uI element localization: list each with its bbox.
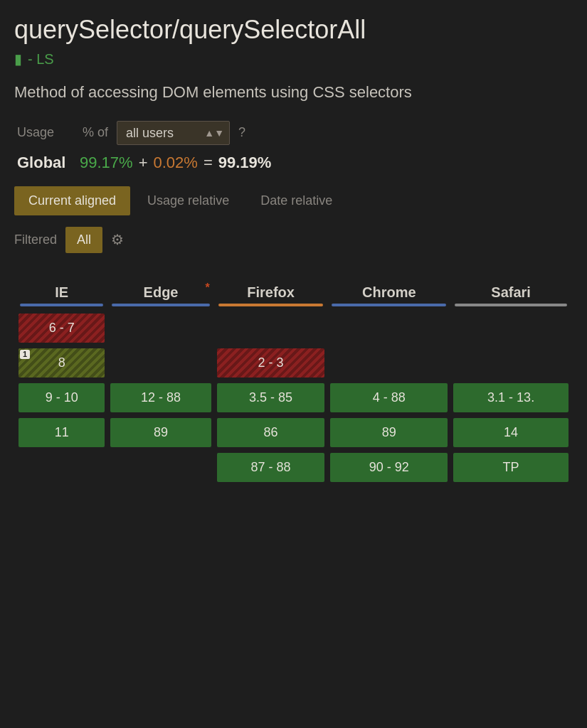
global-label: Global (17, 154, 74, 172)
table-cell: 11 (17, 417, 106, 449)
filter-row: Filtered All ⚙ (14, 227, 573, 253)
browser-header-firefox: Firefox (216, 279, 327, 309)
table-cell: 2 - 3 (216, 347, 327, 379)
gear-icon[interactable]: ⚙ (111, 231, 124, 248)
tab-date-relative[interactable]: Date relative (246, 186, 347, 215)
user-type-select[interactable]: all users tracked users desktop users mo… (117, 121, 230, 145)
table-cell: 12 - 88 (109, 382, 213, 414)
page-title: querySelector/querySelectorAll (14, 14, 573, 45)
compat-table: IE Edge * Firefox Chrome Safari 6 - 718 (14, 276, 573, 486)
equals-operator: = (203, 154, 213, 172)
filter-all-button[interactable]: All (65, 227, 102, 253)
table-cell: 87 - 88 (216, 451, 327, 483)
table-cell: 6 - 7 (17, 312, 106, 344)
table-cell: TP (452, 451, 570, 483)
filter-label: Filtered (14, 232, 57, 247)
table-cell: 89 (109, 417, 213, 449)
tab-current-aligned[interactable]: Current aligned (14, 186, 130, 215)
note-badge: 1 (20, 350, 30, 359)
global-total-stat: 99.19% (218, 154, 272, 172)
table-cell (17, 451, 106, 483)
subtitle-text: - LS (28, 51, 54, 68)
doc-icon: ▮ (14, 50, 22, 68)
table-cell (109, 312, 213, 344)
plus-operator: + (139, 154, 148, 172)
browser-header-safari: Safari (452, 279, 570, 309)
table-cell (329, 312, 449, 344)
tabs-row: Current aligned Usage relative Date rela… (14, 186, 573, 215)
usage-label: Usage (17, 125, 74, 140)
table-cell: 3.1 - 13. (452, 382, 570, 414)
table-cell: 14 (452, 417, 570, 449)
description: Method of accessing DOM elements using C… (14, 82, 573, 104)
global-orange-stat: 0.02% (153, 154, 197, 172)
help-icon[interactable]: ? (238, 125, 245, 140)
table-cell (329, 347, 449, 379)
table-cell: 86 (216, 417, 327, 449)
table-cell: 89 (329, 417, 449, 449)
browser-header-ie: IE (17, 279, 106, 309)
browser-header-chrome: Chrome (329, 279, 449, 309)
table-cell: 18 (17, 347, 106, 379)
table-cell (452, 312, 570, 344)
table-cell (452, 347, 570, 379)
user-select-wrapper[interactable]: all users tracked users desktop users mo… (117, 121, 230, 145)
table-cell: 4 - 88 (329, 382, 449, 414)
table-cell (109, 347, 213, 379)
subtitle-row: ▮ - LS (14, 50, 573, 68)
browser-header-edge: Edge * (109, 279, 213, 309)
tab-usage-relative[interactable]: Usage relative (133, 186, 243, 215)
table-cell: 90 - 92 (329, 451, 449, 483)
pct-of-label: % of (83, 125, 108, 140)
table-cell: 3.5 - 85 (216, 382, 327, 414)
table-cell (109, 451, 213, 483)
global-green-stat: 99.17% (80, 154, 133, 172)
asterisk-edge: * (206, 282, 210, 294)
usage-row: Usage % of all users tracked users deskt… (14, 121, 573, 145)
global-row: Global 99.17% + 0.02% = 99.19% (14, 154, 573, 172)
table-cell: 9 - 10 (17, 382, 106, 414)
table-cell (216, 312, 327, 344)
